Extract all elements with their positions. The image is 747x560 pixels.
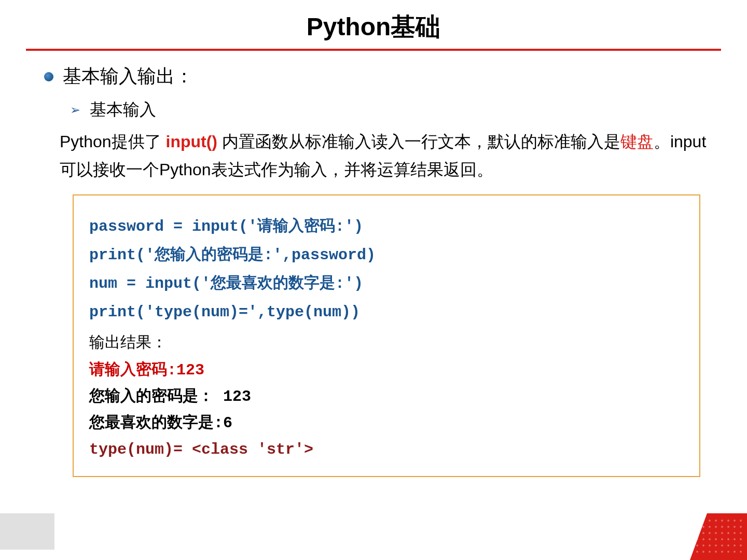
code-line-2: print('您输入的密码是:',password) — [89, 242, 684, 269]
arrow-icon: ➢ — [70, 103, 80, 117]
para-mid1: 内置函数从标准输入读入一行文本，默认的标准输入是 — [217, 132, 620, 151]
content-section: 基本输入输出： ➢ 基本输入 Python提供了 input() 内置函数从标准… — [26, 64, 721, 477]
sub-heading: 基本输入 — [90, 99, 156, 121]
footer-red-decoration — [690, 513, 747, 560]
code-line-4: print('type(num)=',type(num)) — [89, 299, 684, 326]
footer-gray-block — [0, 513, 54, 550]
main-bullet: 基本输入输出： — [44, 64, 721, 89]
output-line-2: 您输入的密码是： 123 — [89, 384, 684, 410]
slide: Python基础 基本输入输出： ➢ 基本输入 Python提供了 input(… — [0, 0, 747, 477]
para-prefix: Python提供了 — [60, 132, 166, 151]
code-example-box: password = input('请输入密码:') print('您输入的密码… — [73, 194, 700, 477]
slide-title: Python基础 — [26, 10, 721, 44]
title-divider — [26, 49, 721, 51]
output-line-1: 请输入密码:123 — [89, 357, 684, 384]
code-line-3: num = input('您最喜欢的数字是:') — [89, 271, 684, 297]
output-line-3: 您最喜欢的数字是:6 — [89, 410, 684, 437]
keyboard-word: 键盘 — [620, 132, 654, 151]
description-paragraph: Python提供了 input() 内置函数从标准输入读入一行文本，默认的标准输… — [60, 128, 711, 184]
output-label: 输出结果： — [89, 329, 684, 355]
sub-bullet: ➢ 基本输入 — [70, 99, 721, 121]
output-line-4: type(num)= <class 'str'> — [89, 437, 684, 463]
input-func: input() — [166, 132, 218, 151]
code-line-1: password = input('请输入密码:') — [89, 214, 684, 240]
section-heading: 基本输入输出： — [63, 64, 193, 89]
disc-bullet-icon — [44, 72, 53, 81]
